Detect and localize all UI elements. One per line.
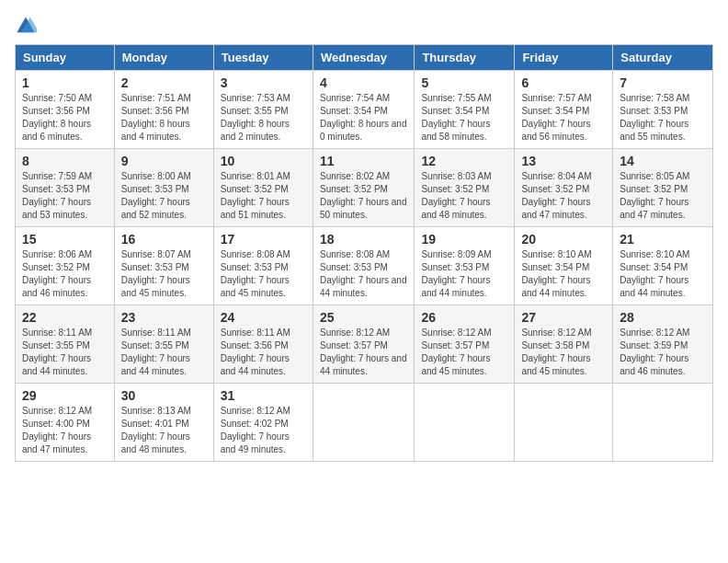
day-number: 12: [421, 154, 507, 168]
day-info: Sunrise: 7:58 AM Sunset: 3:53 PM Dayligh…: [620, 92, 706, 144]
day-cell: 22 Sunrise: 8:11 AM Sunset: 3:55 PM Dayl…: [16, 305, 115, 384]
day-cell: 29 Sunrise: 8:12 AM Sunset: 4:00 PM Dayl…: [16, 384, 115, 462]
week-row-2: 8 Sunrise: 7:59 AM Sunset: 3:53 PM Dayli…: [16, 149, 713, 227]
day-cell: 3 Sunrise: 7:53 AM Sunset: 3:55 PM Dayli…: [213, 71, 313, 149]
day-number: 15: [22, 232, 108, 247]
day-cell: 20 Sunrise: 8:10 AM Sunset: 3:54 PM Dayl…: [515, 227, 613, 305]
day-info: Sunrise: 8:04 AM Sunset: 3:52 PM Dayligh…: [521, 170, 606, 222]
day-cell: 9 Sunrise: 8:00 AM Sunset: 3:53 PM Dayli…: [114, 149, 213, 227]
day-info: Sunrise: 8:02 AM Sunset: 3:52 PM Dayligh…: [320, 170, 407, 222]
day-info: Sunrise: 8:11 AM Sunset: 3:55 PM Dayligh…: [121, 327, 207, 378]
day-info: Sunrise: 8:08 AM Sunset: 3:53 PM Dayligh…: [320, 248, 407, 300]
day-number: 10: [221, 154, 306, 168]
day-number: 31: [221, 388, 306, 403]
day-cell: 24 Sunrise: 8:11 AM Sunset: 3:56 PM Dayl…: [213, 305, 313, 384]
header-cell-wednesday: Wednesday: [313, 45, 414, 71]
day-info: Sunrise: 8:11 AM Sunset: 3:55 PM Dayligh…: [22, 327, 108, 378]
day-cell: 28 Sunrise: 8:12 AM Sunset: 3:59 PM Dayl…: [613, 305, 713, 384]
day-info: Sunrise: 8:13 AM Sunset: 4:01 PM Dayligh…: [121, 405, 207, 456]
day-info: Sunrise: 7:50 AM Sunset: 3:56 PM Dayligh…: [22, 92, 108, 144]
day-number: 9: [121, 154, 207, 168]
day-cell: 23 Sunrise: 8:11 AM Sunset: 3:55 PM Dayl…: [114, 305, 213, 384]
day-cell: 21 Sunrise: 8:10 AM Sunset: 3:54 PM Dayl…: [613, 227, 713, 305]
day-info: Sunrise: 8:10 AM Sunset: 3:54 PM Dayligh…: [521, 248, 606, 300]
header-row: SundayMondayTuesdayWednesdayThursdayFrid…: [16, 45, 713, 71]
day-info: Sunrise: 7:54 AM Sunset: 3:54 PM Dayligh…: [320, 92, 407, 144]
header-cell-saturday: Saturday: [613, 45, 713, 71]
day-cell: 8 Sunrise: 7:59 AM Sunset: 3:53 PM Dayli…: [16, 149, 115, 227]
day-info: Sunrise: 8:08 AM Sunset: 3:53 PM Dayligh…: [221, 248, 306, 300]
day-info: Sunrise: 7:53 AM Sunset: 3:55 PM Dayligh…: [221, 92, 306, 144]
day-cell: 19 Sunrise: 8:09 AM Sunset: 3:53 PM Dayl…: [415, 227, 515, 305]
day-number: 2: [121, 75, 207, 90]
day-cell: [515, 384, 613, 462]
day-number: 25: [320, 310, 407, 325]
day-info: Sunrise: 8:10 AM Sunset: 3:54 PM Dayligh…: [620, 248, 706, 300]
day-cell: 17 Sunrise: 8:08 AM Sunset: 3:53 PM Dayl…: [213, 227, 313, 305]
day-info: Sunrise: 7:57 AM Sunset: 3:54 PM Dayligh…: [521, 92, 606, 144]
day-cell: 14 Sunrise: 8:05 AM Sunset: 3:52 PM Dayl…: [613, 149, 713, 227]
day-info: Sunrise: 7:51 AM Sunset: 3:56 PM Dayligh…: [121, 92, 207, 144]
day-number: 16: [121, 232, 207, 247]
day-cell: 16 Sunrise: 8:07 AM Sunset: 3:53 PM Dayl…: [114, 227, 213, 305]
day-info: Sunrise: 7:55 AM Sunset: 3:54 PM Dayligh…: [421, 92, 507, 144]
header-cell-friday: Friday: [515, 45, 613, 71]
day-number: 29: [22, 388, 108, 403]
day-info: Sunrise: 8:09 AM Sunset: 3:53 PM Dayligh…: [421, 248, 507, 300]
logo-icon: [15, 15, 37, 37]
day-cell: [613, 384, 713, 462]
day-cell: [415, 384, 515, 462]
day-info: Sunrise: 8:12 AM Sunset: 3:57 PM Dayligh…: [320, 327, 407, 378]
day-info: Sunrise: 8:07 AM Sunset: 3:53 PM Dayligh…: [121, 248, 207, 300]
header-cell-sunday: Sunday: [16, 45, 115, 71]
calendar-table: SundayMondayTuesdayWednesdayThursdayFrid…: [15, 44, 713, 462]
day-info: Sunrise: 8:03 AM Sunset: 3:52 PM Dayligh…: [421, 170, 507, 222]
day-info: Sunrise: 8:12 AM Sunset: 3:59 PM Dayligh…: [620, 327, 706, 378]
day-number: 11: [320, 154, 407, 168]
day-info: Sunrise: 8:12 AM Sunset: 4:00 PM Dayligh…: [22, 405, 108, 456]
day-number: 22: [22, 310, 108, 325]
day-number: 27: [521, 310, 606, 325]
header: [15, 15, 713, 37]
day-number: 26: [421, 310, 507, 325]
header-cell-thursday: Thursday: [415, 45, 515, 71]
day-cell: 6 Sunrise: 7:57 AM Sunset: 3:54 PM Dayli…: [515, 71, 613, 149]
day-number: 1: [22, 75, 108, 90]
day-number: 21: [620, 232, 706, 247]
day-cell: 31 Sunrise: 8:12 AM Sunset: 4:02 PM Dayl…: [213, 384, 313, 462]
day-cell: 4 Sunrise: 7:54 AM Sunset: 3:54 PM Dayli…: [313, 71, 414, 149]
day-cell: 26 Sunrise: 8:12 AM Sunset: 3:57 PM Dayl…: [415, 305, 515, 384]
day-number: 14: [620, 154, 706, 168]
day-cell: 2 Sunrise: 7:51 AM Sunset: 3:56 PM Dayli…: [114, 71, 213, 149]
day-cell: 1 Sunrise: 7:50 AM Sunset: 3:56 PM Dayli…: [16, 71, 115, 149]
day-number: 19: [421, 232, 507, 247]
day-number: 24: [221, 310, 306, 325]
day-number: 28: [620, 310, 706, 325]
day-number: 3: [221, 75, 306, 90]
page-container: SundayMondayTuesdayWednesdayThursdayFrid…: [15, 15, 713, 462]
day-number: 7: [620, 75, 706, 90]
day-cell: 25 Sunrise: 8:12 AM Sunset: 3:57 PM Dayl…: [313, 305, 414, 384]
day-cell: 7 Sunrise: 7:58 AM Sunset: 3:53 PM Dayli…: [613, 71, 713, 149]
day-cell: 27 Sunrise: 8:12 AM Sunset: 3:58 PM Dayl…: [515, 305, 613, 384]
day-cell: 18 Sunrise: 8:08 AM Sunset: 3:53 PM Dayl…: [313, 227, 414, 305]
day-number: 6: [521, 75, 606, 90]
day-number: 4: [320, 75, 407, 90]
day-info: Sunrise: 8:11 AM Sunset: 3:56 PM Dayligh…: [221, 327, 306, 378]
week-row-4: 22 Sunrise: 8:11 AM Sunset: 3:55 PM Dayl…: [16, 305, 713, 384]
day-cell: 11 Sunrise: 8:02 AM Sunset: 3:52 PM Dayl…: [313, 149, 414, 227]
day-number: 5: [421, 75, 507, 90]
day-cell: 13 Sunrise: 8:04 AM Sunset: 3:52 PM Dayl…: [515, 149, 613, 227]
day-info: Sunrise: 7:59 AM Sunset: 3:53 PM Dayligh…: [22, 170, 108, 222]
day-info: Sunrise: 8:12 AM Sunset: 3:57 PM Dayligh…: [421, 327, 507, 378]
week-row-1: 1 Sunrise: 7:50 AM Sunset: 3:56 PM Dayli…: [16, 71, 713, 149]
day-info: Sunrise: 8:00 AM Sunset: 3:53 PM Dayligh…: [121, 170, 207, 222]
day-cell: 10 Sunrise: 8:01 AM Sunset: 3:52 PM Dayl…: [213, 149, 313, 227]
day-cell: 12 Sunrise: 8:03 AM Sunset: 3:52 PM Dayl…: [415, 149, 515, 227]
day-number: 17: [221, 232, 306, 247]
day-number: 23: [121, 310, 207, 325]
week-row-3: 15 Sunrise: 8:06 AM Sunset: 3:52 PM Dayl…: [16, 227, 713, 305]
day-number: 8: [22, 154, 108, 168]
day-cell: 5 Sunrise: 7:55 AM Sunset: 3:54 PM Dayli…: [415, 71, 515, 149]
header-cell-tuesday: Tuesday: [213, 45, 313, 71]
